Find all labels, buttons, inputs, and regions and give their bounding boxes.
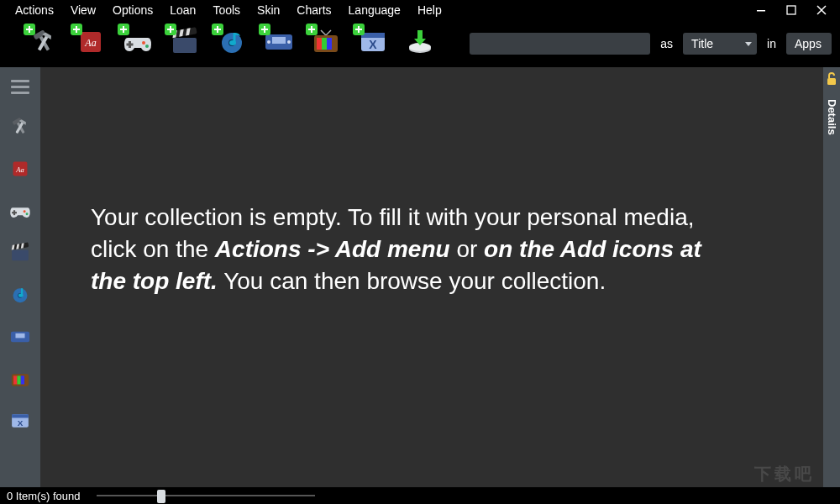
clapperboard-icon	[10, 244, 30, 265]
maximize-button[interactable]	[776, 0, 806, 20]
svg-point-53	[18, 294, 24, 297]
add-xapp-button[interactable]: X	[356, 27, 390, 60]
toolbar-right: as Title in Apps	[470, 33, 832, 55]
svg-rect-29	[317, 38, 322, 50]
sidebar-item-tools[interactable]	[3, 113, 37, 144]
handheld-icon	[9, 329, 31, 348]
svg-rect-63	[827, 78, 836, 85]
add-tools-button[interactable]	[27, 27, 60, 60]
menu-charts[interactable]: Charts	[288, 2, 339, 18]
svg-rect-0	[757, 10, 765, 12]
svg-rect-58	[17, 375, 20, 384]
details-panel-tab[interactable]: Details	[826, 96, 838, 139]
add-movies-button[interactable]	[168, 27, 202, 60]
search-input[interactable]	[470, 33, 650, 55]
svg-point-11	[142, 41, 145, 45]
plus-badge-icon	[259, 24, 270, 35]
svg-rect-43	[12, 212, 17, 213]
right-rail: Details	[823, 67, 840, 487]
sidebar-menu-button[interactable]	[3, 71, 37, 102]
svg-point-24	[287, 40, 291, 44]
watermark: 下载吧	[754, 463, 815, 486]
plus-badge-icon	[165, 24, 176, 35]
svg-text:X: X	[369, 38, 377, 51]
empty-msg-part2: or	[450, 236, 484, 262]
body-area: Aa	[0, 67, 840, 487]
tv-icon	[9, 369, 31, 392]
empty-collection-message: Your collection is empty. To fill it wit…	[91, 202, 722, 297]
menu-skin[interactable]: Skin	[249, 2, 288, 18]
sidebar-item-books[interactable]: Aa	[3, 155, 37, 186]
main-content: Your collection is empty. To fill it wit…	[40, 67, 823, 487]
menu-language[interactable]: Language	[340, 2, 409, 18]
status-bar: 0 Item(s) found	[0, 487, 840, 504]
menu-tools[interactable]: Tools	[204, 2, 249, 18]
svg-rect-61	[12, 414, 29, 417]
book-icon: Aa	[10, 159, 30, 182]
hammer-wrench-icon	[9, 116, 31, 141]
menu-loan[interactable]: Loan	[161, 2, 204, 18]
add-handheld-button[interactable]	[262, 27, 296, 60]
plus-badge-icon	[306, 24, 318, 35]
plus-badge-icon	[212, 24, 223, 35]
close-button[interactable]	[806, 0, 837, 20]
download-disk-icon	[406, 29, 434, 59]
svg-line-25	[321, 30, 326, 35]
menu-view[interactable]: View	[62, 2, 104, 18]
add-tv-button[interactable]	[309, 27, 343, 60]
sidebar-item-music[interactable]	[3, 281, 37, 312]
svg-rect-30	[322, 38, 327, 50]
menu-help[interactable]: Help	[409, 2, 450, 18]
sidebar-item-handheld[interactable]	[3, 323, 37, 354]
svg-rect-46	[12, 249, 29, 260]
svg-point-44	[24, 210, 26, 213]
filter-in-dropdown[interactable]: Apps	[786, 33, 832, 55]
zoom-slider-thumb[interactable]	[157, 490, 165, 503]
toolbar-add-icons: Aa	[27, 27, 437, 60]
menu-bar: Actions View Options Loan Tools Skin Cha…	[0, 0, 840, 20]
chevron-down-icon	[745, 42, 752, 46]
plus-badge-icon	[118, 24, 129, 35]
toolbar: Aa	[0, 20, 840, 67]
sidebar-item-movies[interactable]	[3, 239, 37, 270]
sidebar-item-tv[interactable]	[3, 365, 37, 396]
svg-rect-10	[127, 44, 134, 46]
filter-as-dropdown-value: Title	[691, 37, 713, 50]
sidebar-item-xapp[interactable]: X	[3, 407, 37, 438]
add-books-button[interactable]: Aa	[74, 27, 108, 60]
lock-icon[interactable]	[826, 72, 837, 86]
plus-badge-icon	[353, 24, 365, 35]
add-import-button[interactable]	[403, 27, 437, 60]
empty-msg-bold1: Actions -> Add menu	[215, 236, 450, 262]
add-games-button[interactable]	[121, 27, 155, 60]
minimize-button[interactable]	[746, 0, 776, 20]
add-music-button[interactable]	[215, 27, 249, 60]
svg-rect-57	[13, 375, 17, 384]
svg-text:X: X	[18, 418, 24, 428]
svg-rect-31	[327, 38, 332, 50]
svg-rect-55	[15, 333, 24, 339]
filter-in-dropdown-value: Apps	[795, 37, 822, 50]
window-controls	[746, 0, 840, 20]
zoom-slider[interactable]	[97, 495, 315, 496]
svg-rect-1	[787, 6, 795, 14]
svg-point-45	[26, 213, 29, 215]
filter-as-dropdown[interactable]: Title	[683, 33, 757, 55]
menu-options[interactable]: Options	[104, 2, 161, 18]
svg-point-23	[267, 40, 270, 44]
svg-line-26	[326, 30, 331, 35]
items-found-label: 0 Item(s) found	[7, 490, 80, 502]
x-app-icon: X	[10, 412, 30, 433]
sidebar-item-games[interactable]	[3, 197, 37, 228]
svg-rect-22	[272, 37, 286, 44]
plus-badge-icon	[24, 24, 35, 35]
menu-actions[interactable]: Actions	[7, 2, 62, 18]
empty-msg-part3: You can then browse your collection.	[218, 268, 606, 294]
left-rail: Aa	[0, 67, 40, 487]
svg-point-12	[145, 45, 149, 48]
plus-badge-icon	[71, 24, 82, 35]
svg-rect-13	[173, 38, 197, 53]
svg-text:Aa: Aa	[84, 37, 96, 49]
label-as: as	[657, 37, 676, 50]
music-note-icon	[10, 285, 30, 308]
